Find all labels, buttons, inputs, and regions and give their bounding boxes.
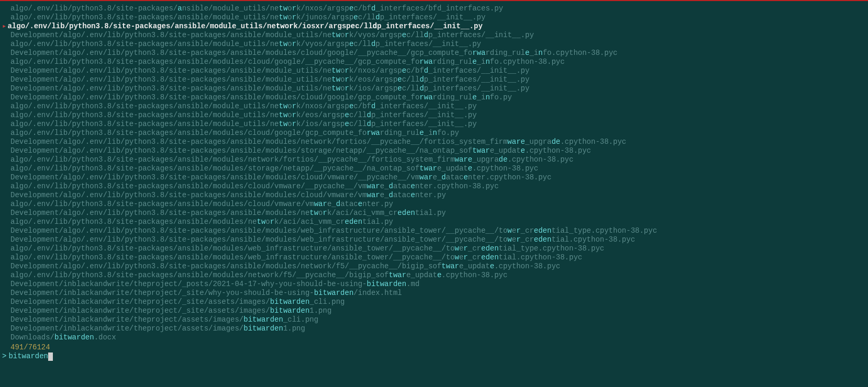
result-line[interactable]: Development/algo/.env/lib/python3.8/site… [10, 209, 866, 218]
result-line[interactable]: algo/.env/lib/python3.8/site-packages/an… [10, 111, 866, 120]
result-line[interactable]: Development/inblackandwrite/theproject/_… [10, 289, 866, 298]
fzf-match-count: 491/76124 [0, 343, 868, 352]
result-line[interactable]: Development/algo/.env/lib/python3.8/site… [10, 146, 866, 155]
result-line[interactable]: Development/algo/.env/lib/python3.8/site… [10, 173, 866, 182]
result-line[interactable]: algo/.env/lib/python3.8/site-packages/an… [10, 164, 866, 173]
result-line[interactable]: Development/inblackandwrite/theproject/_… [10, 280, 866, 289]
result-line-selected[interactable]: ▸algo/.env/lib/python3.8/site-packages/a… [2, 22, 866, 31]
result-line[interactable]: Development/inblackandwrite/theproject/a… [10, 324, 866, 333]
result-line[interactable]: algo/.env/lib/python3.8/site-packages/an… [10, 129, 866, 138]
result-line[interactable]: algo/.env/lib/python3.8/site-packages/an… [10, 4, 866, 13]
result-line[interactable]: algo/.env/lib/python3.8/site-packages/an… [10, 271, 866, 280]
result-line[interactable]: algo/.env/lib/python3.8/site-packages/an… [10, 253, 866, 262]
result-line[interactable]: Development/inblackandwrite/theproject/a… [10, 315, 866, 324]
result-line[interactable]: algo/.env/lib/python3.8/site-packages/an… [10, 58, 866, 66]
result-line[interactable]: Development/algo/.env/lib/python3.8/site… [10, 191, 866, 200]
result-line[interactable]: algo/.env/lib/python3.8/site-packages/an… [10, 218, 866, 226]
result-line[interactable]: Development/algo/.env/lib/python3.8/site… [10, 49, 866, 58]
result-line[interactable]: Development/algo/.env/lib/python3.8/site… [10, 235, 866, 244]
result-line[interactable]: algo/.env/lib/python3.8/site-packages/an… [10, 40, 866, 49]
result-line[interactable]: Development/inblackandwrite/theproject/_… [10, 306, 866, 315]
search-input[interactable]: bitwarden [8, 352, 48, 361]
prompt-caret-icon: > [2, 352, 6, 361]
result-line[interactable]: Development/algo/.env/lib/python3.8/site… [10, 262, 866, 271]
result-line[interactable]: Development/algo/.env/lib/python3.8/site… [10, 226, 866, 235]
result-line[interactable]: Development/algo/.env/lib/python3.8/site… [10, 93, 866, 102]
result-line[interactable]: Development/inblackandwrite/theproject/_… [10, 298, 866, 306]
result-line[interactable]: algo/.env/lib/python3.8/site-packages/an… [10, 244, 866, 253]
result-line[interactable]: algo/.env/lib/python3.8/site-packages/an… [10, 102, 866, 111]
selected-pointer-icon: ▸ [2, 22, 6, 31]
result-line[interactable]: algo/.env/lib/python3.8/site-packages/an… [10, 182, 866, 191]
result-line[interactable]: algo/.env/lib/python3.8/site-packages/an… [10, 120, 866, 129]
result-line[interactable]: Development/algo/.env/lib/python3.8/site… [10, 138, 866, 146]
result-line[interactable]: Development/algo/.env/lib/python3.8/site… [10, 31, 866, 40]
result-line[interactable]: algo/.env/lib/python3.8/site-packages/an… [10, 13, 866, 22]
result-line[interactable]: algo/.env/lib/python3.8/site-packages/an… [10, 200, 866, 209]
fzf-results-list[interactable]: algo/.env/lib/python3.8/site-packages/an… [0, 1, 868, 343]
result-line[interactable]: Development/algo/.env/lib/python3.8/site… [10, 66, 866, 75]
result-line[interactable]: Development/algo/.env/lib/python3.8/site… [10, 75, 866, 84]
cursor-icon [48, 352, 53, 361]
result-line[interactable]: algo/.env/lib/python3.8/site-packages/an… [10, 155, 866, 164]
result-line[interactable]: Development/algo/.env/lib/python3.8/site… [10, 84, 866, 93]
fzf-prompt[interactable]: > bitwarden [0, 352, 868, 361]
result-line[interactable]: Downloads/bitwarden.docx [10, 333, 866, 342]
